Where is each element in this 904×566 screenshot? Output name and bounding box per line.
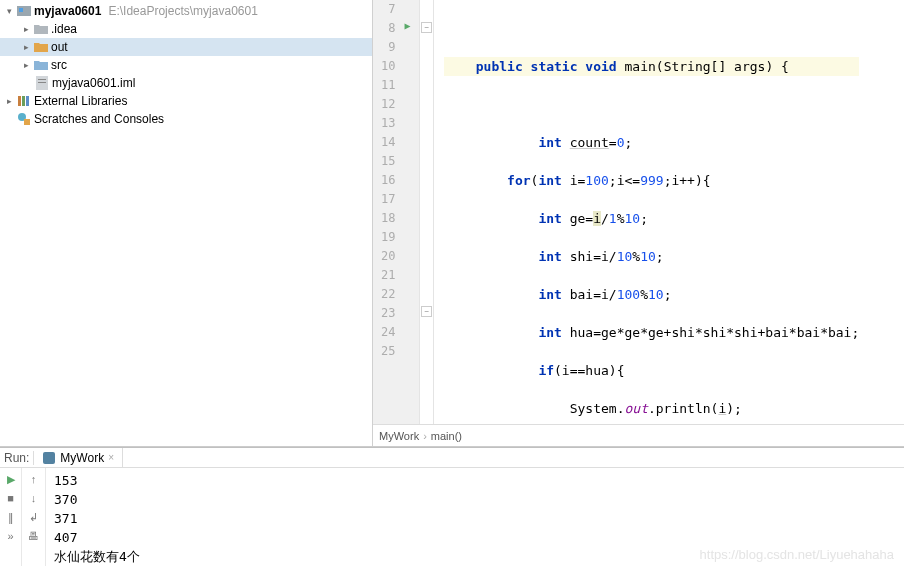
chevron-right-icon[interactable]: ▸ [21, 24, 31, 34]
libraries-icon [17, 94, 31, 108]
svg-rect-1 [19, 8, 23, 12]
source-folder-icon [34, 58, 48, 72]
tree-item-src[interactable]: ▸ src [0, 56, 372, 74]
svg-rect-3 [38, 79, 46, 80]
tree-root-name: myjava0601 [34, 4, 101, 18]
chevron-down-icon[interactable]: ▾ [4, 6, 14, 16]
run-gutter-icon[interactable]: ▶ [404, 20, 410, 31]
project-tree[interactable]: ▾ myjava0601 E:\IdeaProjects\myjava0601 … [0, 0, 373, 446]
console-output[interactable]: 153 370 371 407 水仙花数有4个 [46, 468, 904, 566]
tree-root[interactable]: ▾ myjava0601 E:\IdeaProjects\myjava0601 [0, 2, 372, 20]
chevron-right-icon[interactable]: ▸ [21, 42, 31, 52]
tree-item-iml[interactable]: myjava0601.iml [0, 74, 372, 92]
run-toolbar-2: ↑ ↓ ↲ 🖶 [22, 468, 46, 566]
chevron-right-icon: › [423, 430, 427, 442]
chevron-right-icon[interactable]: ▸ [21, 60, 31, 70]
code-text[interactable]: public static void main(String[] args) {… [434, 0, 859, 424]
console-line: 153 [54, 471, 904, 490]
scratches-icon [17, 112, 31, 126]
rerun-button[interactable]: ▶ [3, 471, 19, 487]
run-label: Run: [0, 451, 34, 465]
console-line: 370 [54, 490, 904, 509]
stop-button[interactable]: ■ [3, 490, 19, 506]
svg-rect-6 [22, 96, 25, 106]
breadcrumb[interactable]: MyWork › main() [373, 424, 904, 446]
breadcrumb-item[interactable]: main() [431, 430, 462, 442]
chevron-right-icon[interactable]: ▸ [4, 96, 14, 106]
tree-item-out[interactable]: ▸ out [0, 38, 372, 56]
fold-icon[interactable]: − [421, 22, 432, 33]
breadcrumb-item[interactable]: MyWork [379, 430, 419, 442]
run-config-tab[interactable]: MyWork × [34, 448, 123, 467]
fold-icon[interactable]: − [421, 306, 432, 317]
close-icon[interactable]: × [108, 452, 114, 463]
editor: 789 101112 131415 161718 192021 222324 2… [373, 0, 904, 446]
fold-column[interactable]: − − [420, 0, 434, 424]
java-icon [42, 451, 56, 465]
module-icon [17, 4, 31, 18]
console-line: 407 [54, 528, 904, 547]
gutter[interactable]: 789 101112 131415 161718 192021 222324 2… [373, 0, 420, 424]
tree-external-libs[interactable]: ▸ External Libraries [0, 92, 372, 110]
tree-scratches[interactable]: Scratches and Consoles [0, 110, 372, 128]
console-line: 371 [54, 509, 904, 528]
up-button[interactable]: ↑ [26, 471, 42, 487]
down-button[interactable]: ↓ [26, 490, 42, 506]
pause-button[interactable]: ‖ [3, 509, 19, 525]
folder-icon [34, 40, 48, 54]
svg-rect-10 [43, 452, 55, 464]
print-button[interactable]: 🖶 [26, 528, 42, 544]
folder-icon [34, 22, 48, 36]
console-line: 水仙花数有4个 [54, 547, 904, 566]
run-panel: Run: MyWork × ▶ ■ ‖ » ↑ ↓ ↲ 🖶 153 370 37… [0, 447, 904, 566]
expand-button[interactable]: » [3, 528, 19, 544]
line-numbers: 789 101112 131415 161718 192021 222324 2… [373, 0, 401, 424]
tree-item-idea[interactable]: ▸ .idea [0, 20, 372, 38]
file-icon [35, 76, 49, 90]
tree-root-path: E:\IdeaProjects\myjava0601 [104, 4, 257, 18]
svg-rect-9 [24, 119, 30, 125]
svg-rect-7 [26, 96, 29, 106]
svg-rect-4 [38, 82, 46, 83]
run-toolbar-1: ▶ ■ ‖ » [0, 468, 22, 566]
wrap-button[interactable]: ↲ [26, 509, 42, 525]
svg-rect-5 [18, 96, 21, 106]
